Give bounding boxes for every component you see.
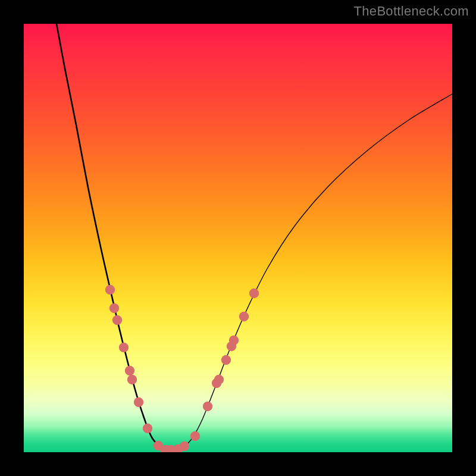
marker-dot [214, 375, 224, 384]
marker-dot [109, 303, 119, 313]
marker-dot [134, 397, 143, 407]
marker-dot [119, 343, 129, 352]
marker-dot [127, 375, 137, 384]
watermark-text: TheBottleneck.com [354, 4, 469, 19]
marker-dot [221, 355, 231, 365]
marker-dot [239, 312, 249, 321]
marker-dot [180, 441, 189, 451]
chart-frame: TheBottleneck.com [0, 0, 476, 476]
marker-dot [229, 336, 239, 345]
curve-left [57, 24, 176, 450]
curve-plot [24, 24, 452, 452]
marker-dot [105, 285, 115, 295]
marker-dot [112, 315, 122, 325]
marker-dot [125, 366, 134, 375]
marker-dot [203, 402, 212, 411]
marker-dot [249, 289, 259, 298]
curve-right [159, 94, 452, 450]
marker-dot [190, 431, 200, 441]
marker-dot [143, 424, 152, 433]
